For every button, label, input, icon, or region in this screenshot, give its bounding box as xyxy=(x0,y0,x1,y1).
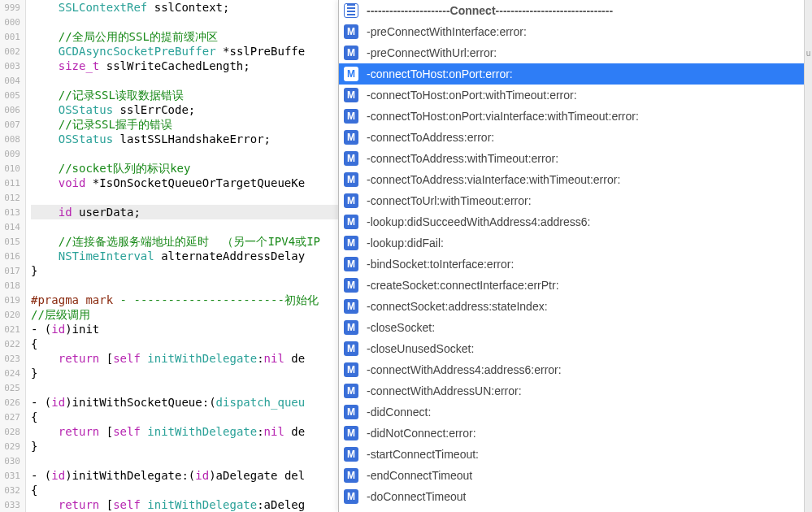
method-icon: M xyxy=(344,215,358,229)
right-sidebar-strip: u xyxy=(804,0,812,512)
method-icon: M xyxy=(344,109,358,124)
method-icon: M xyxy=(344,405,358,419)
popup-item-label: -connectToHost:onPort:error: xyxy=(367,67,513,80)
line-number: 032 xyxy=(0,484,25,498)
popup-item-label: -closeSocket: xyxy=(367,321,435,334)
popup-section-header[interactable]: ----------------------Connect-----------… xyxy=(339,0,812,21)
popup-item[interactable]: M-connectToHost:onPort:viaInterface:with… xyxy=(339,106,812,127)
popup-item-label: -lookup:didFail: xyxy=(367,236,444,249)
symbol-navigator-popup[interactable]: ----------------------Connect-----------… xyxy=(338,0,812,512)
line-number: 002 xyxy=(0,45,25,59)
line-number: 014 xyxy=(0,220,25,235)
popup-item[interactable]: M-closeSocket: xyxy=(339,317,812,338)
line-number: 006 xyxy=(0,103,25,118)
popup-item[interactable]: M-lookup:didFail: xyxy=(339,232,812,254)
popup-item-label: -connectToAddress:error: xyxy=(367,131,494,144)
popup-item-label: -doConnectTimeout xyxy=(367,490,466,503)
popup-item[interactable]: M-connectToHost:onPort:withTimeout:error… xyxy=(339,85,812,106)
line-number: 027 xyxy=(0,410,25,425)
popup-item[interactable]: M-didConnect: xyxy=(339,401,812,423)
popup-item[interactable]: M-closeUnusedSocket: xyxy=(339,338,812,359)
method-icon: M xyxy=(344,257,358,271)
line-number: 012 xyxy=(0,191,25,206)
right-sidebar-hint: u xyxy=(805,0,812,58)
line-number: 000 xyxy=(0,15,25,30)
popup-item[interactable]: M-connectToUrl:withTimeout:error: xyxy=(339,190,812,211)
line-number: 018 xyxy=(0,279,25,293)
popup-item[interactable]: M-connectToAddress:error: xyxy=(339,127,812,148)
line-number: 013 xyxy=(0,206,25,220)
popup-item-label: -connectToAddress:withTimeout:error: xyxy=(367,152,558,165)
line-number: 008 xyxy=(0,132,25,147)
popup-item[interactable]: M-bindSocket:toInterface:error: xyxy=(339,254,812,275)
line-number: 999 xyxy=(0,1,25,15)
method-icon: M xyxy=(344,46,358,60)
popup-item-label: -connectWithAddress4:address6:error: xyxy=(367,363,562,376)
popup-item[interactable]: M-doConnectTimeout xyxy=(339,486,812,507)
popup-item-label: -connectWithAddressUN:error: xyxy=(367,384,522,397)
line-number: 003 xyxy=(0,59,25,74)
popup-item-label: -preConnectWithUrl:error: xyxy=(367,46,497,59)
popup-item-label: -bindSocket:toInterface:error: xyxy=(367,258,514,271)
method-icon: M xyxy=(344,299,358,314)
line-number: 028 xyxy=(0,425,25,440)
line-number: 016 xyxy=(0,249,25,264)
line-number: 025 xyxy=(0,381,25,396)
line-number-gutter: 9990000010020030040050060070080090100110… xyxy=(0,0,26,512)
method-icon: M xyxy=(344,384,358,398)
popup-item-label: -connectToUrl:withTimeout:error: xyxy=(367,194,532,207)
method-icon: M xyxy=(344,278,358,293)
popup-item-label: -endConnectTimeout xyxy=(367,469,472,482)
line-number: 007 xyxy=(0,118,25,132)
popup-item-label: -connectSocket:address:stateIndex: xyxy=(367,300,548,313)
popup-item[interactable]: M-didNotConnect:error: xyxy=(339,423,812,444)
line-number: 017 xyxy=(0,264,25,279)
line-number: 023 xyxy=(0,352,25,367)
popup-item-label: -lookup:didSucceedWithAddress4:address6: xyxy=(367,215,591,228)
popup-item[interactable]: M-startConnectTimeout: xyxy=(339,444,812,465)
line-number: 033 xyxy=(0,498,25,512)
line-number: 021 xyxy=(0,323,25,337)
line-number: 031 xyxy=(0,469,25,484)
popup-item[interactable]: M-connectToHost:onPort:error: xyxy=(339,63,812,85)
popup-item[interactable]: M-connectWithAddress4:address6:error: xyxy=(339,359,812,380)
method-icon: M xyxy=(344,172,358,187)
popup-item[interactable]: M-preConnectWithInterface:error: xyxy=(339,21,812,42)
popup-item-label: -startConnectTimeout: xyxy=(367,448,479,461)
popup-item[interactable]: M-connectToAddress:withTimeout:error: xyxy=(339,148,812,169)
method-icon: M xyxy=(344,426,358,440)
popup-item[interactable]: M-connectToAddress:viaInterface:withTime… xyxy=(339,169,812,190)
method-icon: M xyxy=(344,130,358,145)
popup-item-label: -connectToHost:onPort:withTimeout:error: xyxy=(367,89,577,102)
line-number: 026 xyxy=(0,396,25,410)
line-number: 015 xyxy=(0,235,25,249)
popup-item-label: -preConnectWithInterface:error: xyxy=(367,25,527,38)
popup-item-label: -createSocket:connectInterface:errPtr: xyxy=(367,279,559,292)
popup-item-label: -connectToHost:onPort:viaInterface:withT… xyxy=(367,110,639,123)
popup-item[interactable]: M-lookup:didSucceedWithAddress4:address6… xyxy=(339,211,812,232)
line-number: 024 xyxy=(0,367,25,381)
line-number: 004 xyxy=(0,74,25,89)
method-icon: M xyxy=(344,67,358,81)
method-icon: M xyxy=(344,193,358,208)
line-number: 030 xyxy=(0,454,25,469)
popup-item[interactable]: M-connectWithAddressUN:error: xyxy=(339,380,812,401)
line-number: 020 xyxy=(0,308,25,323)
line-number: 001 xyxy=(0,30,25,45)
method-icon: M xyxy=(344,362,358,377)
method-icon: M xyxy=(344,468,358,483)
popup-item[interactable]: M-preConnectWithUrl:error: xyxy=(339,42,812,63)
popup-item[interactable]: M-endConnectTimeout xyxy=(339,465,812,486)
popup-item-label: -didConnect: xyxy=(367,406,431,419)
line-number: 029 xyxy=(0,440,25,454)
line-number: 011 xyxy=(0,176,25,191)
popup-item-label: -closeUnusedSocket: xyxy=(367,342,474,355)
line-number: 005 xyxy=(0,89,25,103)
section-icon xyxy=(344,3,358,18)
popup-item[interactable]: M-createSocket:connectInterface:errPtr: xyxy=(339,275,812,296)
popup-item-label: -connectToAddress:viaInterface:withTimeo… xyxy=(367,173,620,186)
method-icon: M xyxy=(344,489,358,504)
popup-item-label: -didNotConnect:error: xyxy=(367,427,476,440)
method-icon: M xyxy=(344,447,358,462)
popup-item[interactable]: M-connectSocket:address:stateIndex: xyxy=(339,296,812,317)
